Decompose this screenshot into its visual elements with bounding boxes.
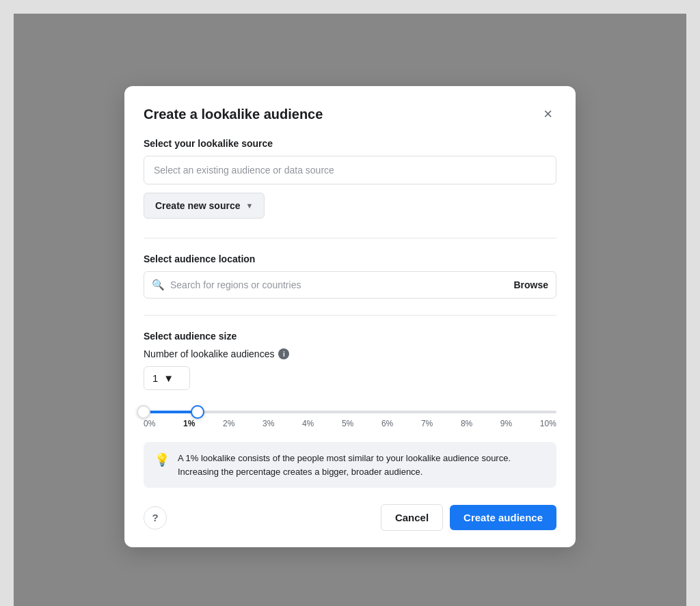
slider-label-0: 0% xyxy=(144,419,155,428)
source-section: Select your lookalike source Create new … xyxy=(144,138,556,235)
size-section: Select audience size Number of lookalike… xyxy=(144,331,556,428)
bulb-icon: 💡 xyxy=(154,452,170,467)
slider-thumb-left[interactable] xyxy=(137,405,150,419)
create-source-button[interactable]: Create new source ▼ xyxy=(144,193,265,219)
slider-track xyxy=(144,411,556,413)
slider-label-5: 5% xyxy=(342,419,353,428)
slider-labels: 0% 1% 2% 3% 4% 5% 6% 7% 8% 9% 10% xyxy=(144,419,556,428)
modal-overlay: Create a lookalike audience × Select you… xyxy=(14,14,686,606)
slider-fill xyxy=(144,411,198,413)
modal-header: Create a lookalike audience × xyxy=(144,105,556,123)
slider-label-2: 2% xyxy=(223,419,234,428)
info-icon[interactable]: i xyxy=(278,348,289,359)
search-wrapper: 🔍 Browse xyxy=(144,271,556,299)
source-section-label: Select your lookalike source xyxy=(144,138,556,149)
footer-actions: Cancel Create audience xyxy=(381,504,556,531)
location-section-label: Select audience location xyxy=(144,253,556,264)
location-search-input[interactable] xyxy=(144,271,556,299)
slider-label-8: 8% xyxy=(461,419,472,428)
browse-button[interactable]: Browse xyxy=(513,279,548,290)
create-source-label: Create new source xyxy=(155,200,241,211)
slider-label-7: 7% xyxy=(421,419,433,428)
number-value: 1 xyxy=(152,372,158,384)
audience-size-slider[interactable]: 0% 1% 2% 3% 4% 5% 6% 7% 8% 9% 10% xyxy=(144,411,556,428)
info-box: 💡 A 1% lookalike consists of the people … xyxy=(144,442,556,488)
modal-footer: ? Cancel Create audience xyxy=(144,501,556,531)
section-divider xyxy=(144,238,556,238)
slider-thumb-right[interactable] xyxy=(191,405,204,419)
modal-title: Create a lookalike audience xyxy=(144,107,323,122)
help-button[interactable]: ? xyxy=(144,506,167,529)
source-input[interactable] xyxy=(144,156,556,184)
slider-label-6: 6% xyxy=(381,419,393,428)
size-section-label: Select audience size xyxy=(144,331,556,342)
slider-label-10: 10% xyxy=(540,419,556,428)
cancel-button[interactable]: Cancel xyxy=(381,504,443,531)
size-sub-label: Number of lookalike audiences i xyxy=(144,348,556,359)
slider-label-3: 3% xyxy=(262,419,274,428)
create-source-arrow: ▼ xyxy=(246,202,254,210)
modal-dialog: Create a lookalike audience × Select you… xyxy=(124,86,576,547)
location-section: Select audience location 🔍 Browse xyxy=(144,253,556,299)
slider-label-9: 9% xyxy=(500,419,512,428)
number-dropdown-arrow: ▼ xyxy=(163,372,174,384)
close-button[interactable]: × xyxy=(539,105,556,123)
section-divider-2 xyxy=(144,315,556,316)
info-box-text: A 1% lookalike consists of the people mo… xyxy=(178,452,546,478)
create-audience-button[interactable]: Create audience xyxy=(450,505,556,530)
number-dropdown[interactable]: 1 ▼ xyxy=(144,366,190,390)
slider-label-4: 4% xyxy=(302,419,314,428)
slider-label-1: 1% xyxy=(183,419,195,428)
